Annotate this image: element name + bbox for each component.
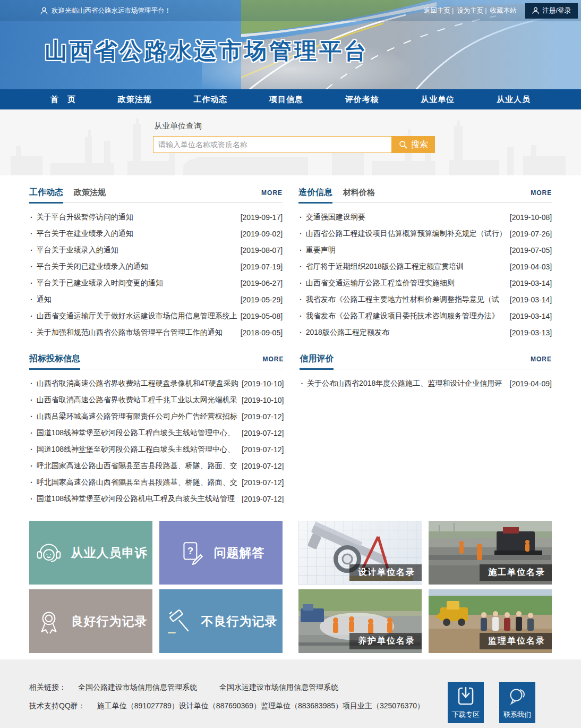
list-item[interactable]: 关于加强和规范山西省公路市场管理平台管理工作的通知[2018-09-05] [29, 324, 283, 341]
tab-work-news[interactable]: 工作动态 [29, 187, 63, 204]
tile-label: 问题解答 [214, 545, 265, 561]
site-title: 山西省公路水运市场管理平台 [45, 36, 369, 66]
chat-icon [507, 686, 527, 706]
nav-item-company[interactable]: 从业单位 [421, 95, 455, 105]
tab-policy[interactable]: 政策法规 [74, 188, 106, 201]
main-content: 工作动态 政策法规 MORE 关于平台升级暂停访问的通知[2019-09-17]… [0, 175, 581, 659]
card-label: 监理单位名录 [480, 633, 552, 649]
tile-label: 从业人员申诉 [71, 545, 148, 561]
contact-us-label: 联系我们 [503, 710, 531, 719]
list-item[interactable]: 呼北国家高速公路山西省隰县至吉县段路基、桥隧、路面、交[2019-07-12] [29, 458, 284, 474]
card-maintenance-directory[interactable]: 养护单位名录 [298, 589, 422, 653]
user-icon [532, 7, 539, 14]
promo-tiles: 从业人员申诉 ? 问题解答 良好行为记录 [29, 521, 283, 653]
section-work-news: 工作动态 政策法规 MORE 关于平台升级暂停访问的通知[2019-09-17]… [29, 187, 283, 341]
list-item[interactable]: 山西省交通运输厅关于做好水运建设市场信用信息管理系统上[2019-05-08] [29, 308, 283, 324]
nav-item-work[interactable]: 工作动态 [193, 95, 227, 105]
card-supervision-directory[interactable]: 监理单位名录 [429, 589, 552, 653]
directory-cards: 设计单位名录 施工单位名录 [298, 521, 552, 653]
section-bidding: 招标投标信息 MORE 山西省取消高速公路省界收费站工程硬盘录像机和4T硬盘采购… [29, 353, 284, 507]
related-links-label: 相关链接： [29, 683, 66, 692]
tab-material-price[interactable]: 材料价格 [343, 188, 375, 201]
list-item[interactable]: 平台关于已建业绩录入时间变更的通知[2019-06-27] [29, 275, 283, 291]
list-item[interactable]: 国道108线神堂堡至砂河段公路工程白坡头主线站管理中心、[2019-07-12] [29, 441, 284, 458]
download-zone-button[interactable]: 下载专区 [448, 682, 484, 723]
list-item[interactable]: 平台关于关闭已建业绩录入的通知[2019-07-19] [29, 258, 283, 275]
tile-personnel-appeal[interactable]: 从业人员申诉 [29, 521, 152, 585]
footer-link-highway-credit[interactable]: 全国公路建设市场信用信息管理系统 [78, 683, 197, 692]
bidding-title: 招标投标信息 [29, 353, 80, 370]
more-link-credit[interactable]: MORE [531, 355, 552, 363]
nav-item-project[interactable]: 项目信息 [269, 95, 303, 105]
topbar-link-home[interactable]: 返回主页 [424, 6, 450, 15]
list-item[interactable]: 呼北国家高速公路山西省隰县至吉县段路基、桥隧、路面、交[2019-07-12] [29, 474, 284, 490]
list-item[interactable]: 重要声明[2019-07-05] [298, 242, 552, 258]
tile-question-answer[interactable]: ? 问题解答 [159, 521, 283, 585]
more-link-cost[interactable]: MORE [531, 189, 552, 197]
section-credit: 信用评价 MORE 关于公布山西省2018年度公路施工、监理和设计企业信用评[2… [300, 353, 552, 507]
list-item[interactable]: 山西省交通运输厅公路工程造价管理实施细则[2019-03-14] [298, 275, 552, 291]
list-item[interactable]: 省厅将于近期组织2018版公路工程定额宣贯培训[2019-04-03] [298, 258, 552, 275]
list-item[interactable]: 平台关于在建业绩录入的通知[2019-09-02] [29, 225, 283, 242]
register-login-label: 注册/登录 [543, 6, 571, 15]
qq-support-label: 技术支持QQ群： [29, 701, 86, 711]
nav-item-evaluation[interactable]: 评价考核 [345, 95, 379, 105]
nav-item-policy[interactable]: 政策法规 [118, 95, 152, 105]
contact-us-button[interactable]: 联系我们 [499, 682, 535, 723]
search-icon [399, 140, 408, 149]
tile-bad-record[interactable]: 不良行为记录 [159, 589, 283, 653]
footer: 相关链接： 全国公路建设市场信用信息管理系统 全国水运建设市场信用信息管理系统 … [0, 659, 581, 728]
more-link-bidding[interactable]: MORE [262, 355, 284, 363]
more-link-work[interactable]: MORE [261, 189, 283, 197]
tile-good-record[interactable]: 良好行为记录 [29, 589, 152, 653]
list-item[interactable]: 我省发布《公路工程建设项目委托技术咨询服务管理办法》[2019-03-14] [298, 308, 552, 324]
topbar: 欢迎光临山西省公路水运市场管理平台！ 返回主页| 设为主页| 收藏本站 注册/登… [0, 0, 581, 21]
list-item[interactable]: 山西吕梁环城高速公路管理有限责任公司户外广告经营权招标[2019-07-12] [29, 408, 284, 425]
list-item[interactable]: 国道108线神堂堡至砂河段公路工程白坡头主线站管理中心、[2019-07-12] [29, 425, 284, 441]
list-item[interactable]: 山西省取消高速公路省界收费站工程千兆工业以太网光端机采[2019-10-10] [29, 392, 284, 408]
card-label: 养护单位名录 [349, 633, 422, 649]
main-nav: 首 页 政策法规 工作动态 项目信息 评价考核 从业单位 从业人员 [0, 89, 581, 109]
list-item[interactable]: 2018版公路工程定额发布[2019-03-13] [298, 324, 552, 341]
register-login-button[interactable]: 注册/登录 [525, 3, 578, 19]
header-banner: 欢迎光临山西省公路水运市场管理平台！ 返回主页| 设为主页| 收藏本站 注册/登… [0, 0, 581, 89]
search-button[interactable]: 搜索 [392, 136, 435, 153]
list-item[interactable]: 我省发布《公路工程主要地方性材料价差调整指导意见（试[2019-03-14] [298, 291, 552, 308]
welcome-text: 欢迎光临山西省公路水运市场管理平台！ [52, 6, 171, 15]
tab-cost-info[interactable]: 造价信息 [298, 187, 332, 204]
tile-label: 良好行为记录 [71, 613, 148, 630]
list-item[interactable]: 交通强国建设纲要[2019-10-08] [298, 209, 552, 225]
card-design-directory[interactable]: 设计单位名录 [298, 521, 422, 585]
footer-link-waterway-credit[interactable]: 全国水运建设市场信用信息管理系统 [219, 683, 338, 692]
list-item[interactable]: 山西省公路工程建设项目估算概算预算编制补充规定（试行）[2019-07-26] [298, 225, 552, 242]
search-button-label: 搜索 [411, 139, 428, 150]
download-icon [457, 686, 475, 706]
section-cost-news: 造价信息 材料价格 MORE 交通强国建设纲要[2019-10-08] 山西省公… [298, 187, 552, 341]
headset-icon [35, 538, 63, 567]
question-doc-icon: ? [177, 538, 206, 567]
topbar-link-sethome[interactable]: 设为主页 [457, 6, 483, 15]
nav-item-personnel[interactable]: 从业人员 [497, 95, 531, 105]
list-item[interactable]: 通知[2019-05-29] [29, 291, 283, 308]
search-band: 从业单位查询 搜索 [0, 109, 581, 175]
list-item[interactable]: 关于公布山西省2018年度公路施工、监理和设计企业信用评[2019-04-09] [300, 375, 552, 392]
download-zone-label: 下载专区 [452, 710, 480, 719]
gavel-icon [165, 607, 193, 636]
list-item[interactable]: 平台关于业绩录入的通知[2019-08-07] [29, 242, 283, 258]
svg-text:?: ? [187, 545, 193, 556]
tile-label: 不良行为记录 [201, 613, 278, 630]
user-icon [40, 7, 48, 15]
nav-item-home[interactable]: 首 页 [50, 95, 76, 105]
credit-title: 信用评价 [300, 353, 334, 370]
search-section-label: 从业单位查询 [154, 121, 435, 131]
list-item[interactable]: 关于平台升级暂停访问的通知[2019-09-17] [29, 209, 283, 225]
medal-icon [35, 607, 63, 636]
qq-support-text: 施工单位（891027789）设计单位（887690369）监理单位（88368… [97, 701, 424, 711]
card-construction-directory[interactable]: 施工单位名录 [429, 521, 552, 585]
list-item[interactable]: 山西省取消高速公路省界收费站工程硬盘录像机和4T硬盘采购[2019-10-10] [29, 375, 284, 392]
search-input[interactable] [153, 136, 392, 153]
topbar-link-favorite[interactable]: 收藏本站 [490, 6, 517, 15]
list-item[interactable]: 国道108线神堂堡至砂河段公路机电工程及白坡头主线站管理[2019-07-12] [29, 490, 284, 507]
card-label: 施工单位名录 [480, 564, 552, 581]
card-label: 设计单位名录 [349, 564, 422, 581]
